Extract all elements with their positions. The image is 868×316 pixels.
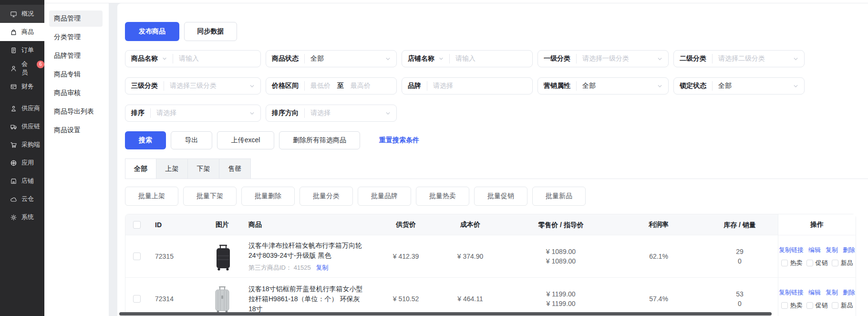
category3-filter[interactable]: 三级分类 请选择三级分类: [125, 77, 261, 95]
category2-filter[interactable]: 二级分类 请选择二级分类: [673, 50, 805, 67]
dashboard-icon: [10, 11, 17, 18]
divider: [150, 108, 151, 118]
max-price-input[interactable]: 最高价: [351, 82, 391, 90]
sidebar-item-procurement[interactable]: 采购端: [0, 136, 44, 154]
sidebar-item-supply-chain[interactable]: 供应链: [0, 117, 44, 136]
edit-action[interactable]: 编辑: [808, 288, 821, 297]
copy-id-link[interactable]: 复制: [316, 264, 328, 271]
sidebar-item-supplier[interactable]: 供应商: [0, 99, 44, 117]
sidebar-item-goods[interactable]: 商品: [0, 23, 44, 41]
brand-filter[interactable]: 品牌 请选择: [402, 77, 533, 95]
main-content: 发布商品 同步数据 商品名称 请输入 商品状态 全部 店铺名称 请输入: [117, 3, 868, 316]
sales-value: 0: [702, 299, 778, 308]
hot-sale-checkbox[interactable]: [781, 302, 788, 309]
sort-direction-filter[interactable]: 排序方向 请选择: [266, 105, 397, 122]
submenu-item-product-settings[interactable]: 商品设置: [49, 122, 103, 138]
reset-search-link[interactable]: 重置搜索条件: [379, 136, 419, 145]
new-product-checkbox[interactable]: [832, 302, 838, 309]
batch-brand-button[interactable]: 批量品牌: [358, 187, 411, 206]
sidebar-item-label: 概况: [21, 10, 34, 18]
shop-name-filter[interactable]: 店铺名称 请输入: [402, 50, 533, 67]
sidebar-item-shop[interactable]: 店铺: [0, 172, 44, 190]
product-image: [196, 242, 248, 271]
filter-label: 锁定状态: [680, 82, 706, 90]
divider: [449, 54, 450, 63]
submenu-item-category-management[interactable]: 分类管理: [49, 29, 103, 45]
min-price-input[interactable]: 最低价: [310, 82, 331, 90]
table-row: 72314 汉客18寸铝框前开盖登机行李箱女小型拉杆箱H9861-18（单位：个…: [125, 277, 856, 316]
submenu-item-label: 商品导出列表: [54, 107, 94, 116]
batch-delete-button[interactable]: 批量删除: [241, 187, 295, 206]
promotion-checkbox[interactable]: [806, 302, 813, 309]
promotion-checkbox[interactable]: [806, 260, 813, 266]
row-checkbox[interactable]: [133, 253, 141, 260]
goods-icon: [10, 29, 17, 36]
price-range-filter[interactable]: 价格区间 最低价 至 最高价: [266, 77, 397, 95]
product-title[interactable]: 汉客牛津布拉杆箱女帆布行李箱万向轮24寸8039-24寸-升级版 黑色: [248, 241, 363, 261]
upload-excel-button[interactable]: 上传excel: [217, 131, 274, 149]
tab-off-shelf[interactable]: 下架: [188, 158, 219, 179]
shop-name-input[interactable]: 请输入: [455, 54, 527, 63]
sidebar-item-apps[interactable]: 应用: [0, 154, 44, 172]
members-count-badge: 6: [37, 61, 44, 68]
batch-on-shelf-button[interactable]: 批量上架: [125, 187, 178, 206]
submenu-item-product-export-list[interactable]: 商品导出列表: [49, 104, 103, 120]
product-title[interactable]: 汉客18寸铝框前开盖登机行李箱女小型拉杆箱H9861-18（单位：个） 环保灰 …: [248, 284, 363, 314]
sidebar-item-finance[interactable]: 财务: [0, 77, 44, 95]
row-checkbox[interactable]: [133, 295, 141, 303]
duplicate-action[interactable]: 复制: [826, 246, 838, 254]
chevron-down-icon: [793, 56, 798, 62]
duplicate-action[interactable]: 复制: [826, 288, 838, 297]
horizontal-scrollbar-thumb[interactable]: [119, 312, 772, 316]
sidebar-item-members[interactable]: 会员 6: [0, 59, 44, 77]
product-name-filter[interactable]: 商品名称 请输入: [125, 50, 261, 67]
export-button[interactable]: 导出: [171, 131, 212, 149]
product-image: [196, 284, 248, 314]
batch-new-product-button[interactable]: 批量新品: [532, 187, 586, 206]
new-product-checkbox[interactable]: [832, 260, 838, 266]
sidebar-item-system[interactable]: 系统: [0, 208, 44, 226]
chevron-down-icon: [249, 111, 255, 116]
copy-link-action[interactable]: 复制链接: [779, 288, 804, 297]
select-all-checkbox[interactable]: [133, 221, 141, 229]
submenu-item-brand-management[interactable]: 品牌管理: [49, 48, 103, 64]
submenu-item-product-albums[interactable]: 商品专辑: [49, 66, 103, 83]
batch-off-shelf-button[interactable]: 批量下架: [183, 187, 237, 206]
filter-label: 店铺名称: [408, 54, 434, 63]
delete-action[interactable]: 删除: [843, 246, 855, 254]
status-tabs-bar: 全部 上架 下架 售罄: [125, 158, 868, 179]
tab-on-shelf[interactable]: 上架: [156, 158, 188, 179]
col-id: ID: [148, 221, 196, 229]
batch-promotion-button[interactable]: 批量促销: [474, 187, 527, 206]
submenu-item-product-management[interactable]: 商品管理: [49, 11, 103, 27]
tab-all[interactable]: 全部: [125, 158, 156, 179]
sidebar-item-label: 店铺: [21, 177, 34, 185]
marketing-filter[interactable]: 营销属性 全部: [537, 77, 669, 95]
product-status-filter[interactable]: 商品状态 全部: [266, 50, 397, 67]
publish-product-button[interactable]: 发布商品: [125, 22, 179, 41]
search-button[interactable]: 搜索: [125, 131, 166, 149]
filter-row-3: 排序 请选择 排序方向 请选择: [125, 105, 868, 122]
filter-label: 三级分类: [131, 82, 158, 90]
sidebar-item-overview[interactable]: 概况: [0, 5, 44, 23]
batch-category-button[interactable]: 批量分类: [300, 187, 353, 206]
sync-data-button[interactable]: 同步数据: [184, 22, 237, 41]
divider: [173, 54, 173, 63]
hot-sale-checkbox[interactable]: [781, 260, 788, 266]
category1-filter[interactable]: 一级分类 请选择一级分类: [537, 50, 669, 67]
batch-hot-sale-button[interactable]: 批量热卖: [416, 187, 469, 206]
lock-status-filter[interactable]: 锁定状态 全部: [673, 77, 805, 95]
delete-action[interactable]: 删除: [843, 288, 855, 297]
product-name-input[interactable]: 请输入: [179, 54, 255, 63]
sidebar-item-cloud-warehouse[interactable]: 云仓: [0, 190, 44, 208]
chevron-down-icon: [657, 84, 662, 89]
sort-filter[interactable]: 排序 请选择: [125, 105, 261, 122]
col-image: 图片: [196, 221, 248, 229]
delete-filtered-button[interactable]: 删除所有筛选商品: [279, 131, 360, 149]
col-stock-sales: 库存 / 销量: [702, 220, 778, 230]
copy-link-action[interactable]: 复制链接: [779, 246, 804, 254]
submenu-item-product-review[interactable]: 商品审核: [49, 85, 103, 101]
sidebar-item-orders[interactable]: 订单: [0, 41, 44, 59]
edit-action[interactable]: 编辑: [808, 246, 821, 254]
tab-sold-out[interactable]: 售罄: [219, 158, 251, 179]
